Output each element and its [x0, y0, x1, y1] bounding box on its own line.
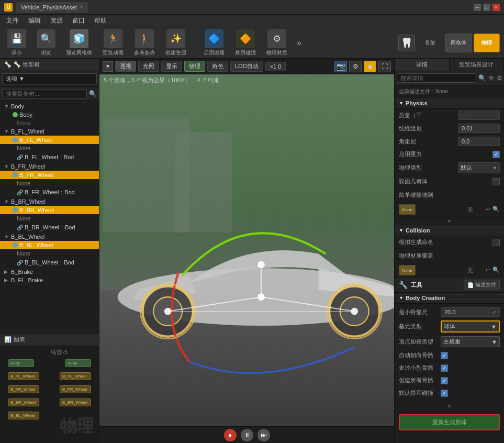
- desc-button[interactable]: 📄 描述文件: [464, 280, 500, 290]
- tree-options-dropdown[interactable]: 选项 ▼: [2, 73, 97, 84]
- settings-icon[interactable]: ⚙: [497, 74, 502, 82]
- min-bone-value[interactable]: 20.0 ⤢: [441, 307, 500, 317]
- physics-section-header[interactable]: ▼ Physics: [395, 98, 504, 109]
- tree-item-body-group[interactable]: ▼ Body: [0, 102, 99, 110]
- maximize-button[interactable]: □: [483, 4, 490, 11]
- physics-section-collapse[interactable]: ▼: [395, 217, 504, 225]
- graph-node[interactable]: Body: [8, 359, 34, 367]
- browse-btn[interactable]: 🔍: [492, 206, 500, 214]
- angular-damping-value[interactable]: 0.0: [458, 137, 500, 146]
- simulate-checkbox[interactable]: [492, 239, 500, 246]
- tree-item-body[interactable]: Body: [0, 110, 99, 119]
- material-swatch-box[interactable]: None: [399, 265, 416, 275]
- graph-node[interactable]: B_FR_Wheel: [60, 385, 91, 393]
- tree-item-bl-group[interactable]: ▼ B_BL_Wheel: [0, 232, 99, 241]
- preview-mesh-button[interactable]: 🧊 预览网格体: [63, 27, 95, 59]
- menu-file[interactable]: 文件: [2, 15, 23, 26]
- viewport-menu-btn[interactable]: ▼: [103, 61, 113, 72]
- regenerate-button[interactable]: 重新生成形体: [399, 414, 500, 430]
- tree-item-fr-wheel[interactable]: B_FR_Wheel: [0, 171, 99, 179]
- collision-section-header[interactable]: ▼ Collision: [395, 225, 504, 236]
- preview-scene-tab[interactable]: 预览场景设计: [450, 59, 505, 71]
- mesh-tab[interactable]: 网格体: [445, 34, 472, 52]
- details-search-input[interactable]: [397, 73, 476, 83]
- linear-damping-value[interactable]: 0.01: [458, 124, 500, 133]
- graph-node[interactable]: B_BR_Wheel: [8, 398, 39, 406]
- search-icon[interactable]: 🔍: [478, 74, 486, 82]
- skeleton-mode-btn[interactable]: 🦷: [398, 35, 415, 51]
- ref-pose-button[interactable]: 🚶 参考姿势: [131, 27, 158, 59]
- physics-tab[interactable]: 物理: [474, 34, 500, 52]
- create-all-checkbox[interactable]: ✓: [441, 377, 448, 384]
- graph-node[interactable]: B_BR_Wheel: [60, 398, 91, 406]
- tree-item-br-wheel[interactable]: B_BR_Wheel: [0, 206, 99, 214]
- viewport-area[interactable]: 5 个形体，5 个视为边界（100%），4 个约束: [99, 74, 394, 426]
- tree-item-fr-group[interactable]: ▼ B_FR_Wheel: [0, 162, 99, 171]
- tree-item-fl-wheel[interactable]: B_FL_Wheel: [0, 136, 99, 144]
- material-browse-btn[interactable]: 🔍: [492, 267, 500, 274]
- preview-anim-button[interactable]: 🏃 预览动画: [99, 27, 127, 59]
- graph-node[interactable]: B_FR_Wheel: [8, 385, 39, 393]
- collision-swatch-box[interactable]: None: [399, 204, 416, 215]
- double-sided-checkbox[interactable]: [492, 178, 500, 185]
- tree-search-input[interactable]: [2, 89, 87, 98]
- tree-item-body-none[interactable]: None: [0, 119, 99, 127]
- vp-perspective-btn[interactable]: 透视: [115, 61, 136, 72]
- tree-item-bl-none[interactable]: None: [0, 249, 99, 258]
- auto-orient-checkbox[interactable]: ✓: [441, 352, 448, 359]
- menu-window[interactable]: 窗口: [68, 15, 89, 26]
- enable-collision-button[interactable]: 🔷 启用碰撞: [200, 27, 228, 59]
- graph-node[interactable]: B_FL_Wheel: [8, 372, 39, 380]
- tree-item-fr-none[interactable]: None: [0, 179, 99, 187]
- vp-lighting-btn[interactable]: 光照: [138, 61, 159, 72]
- gravity-checkbox[interactable]: ✓: [492, 151, 500, 158]
- vp-expand-btn[interactable]: ⛶: [378, 61, 391, 72]
- body-creation-collapse[interactable]: ▼: [395, 402, 504, 410]
- element-type-dropdown[interactable]: 球体 ▼: [441, 320, 500, 333]
- tree-item-br-group[interactable]: ▼ B_BR_Wheel: [0, 197, 99, 206]
- tree-item-fl-brake[interactable]: ▶ B_FL_Brake: [0, 276, 99, 284]
- body-creation-header[interactable]: ▼ Body Creation: [395, 293, 504, 304]
- tree-item-brake[interactable]: ▶ B_Brake: [0, 268, 99, 276]
- create-asset-button[interactable]: ✨ 创建资源: [162, 27, 189, 59]
- default-disable-checkbox[interactable]: ✓: [441, 390, 448, 397]
- tree-item-fl-none[interactable]: None: [0, 144, 99, 152]
- toolbar-more[interactable]: »: [295, 36, 304, 50]
- vertex-weight-dropdown[interactable]: 主权重 ▼: [441, 336, 500, 347]
- vp-physics-btn[interactable]: 物理: [184, 61, 205, 72]
- physics-material-button[interactable]: ⚙ 物理材质: [263, 27, 290, 59]
- tree-search-icon[interactable]: 🔍: [89, 90, 97, 97]
- vp-active-btn[interactable]: ◉: [364, 61, 376, 72]
- skip-small-checkbox[interactable]: ✓: [441, 364, 448, 372]
- close-button[interactable]: ×: [492, 4, 500, 11]
- graph-node[interactable]: B_BL_Wheel: [8, 412, 39, 419]
- menu-edit[interactable]: 编辑: [24, 15, 45, 26]
- tree-item-fl-group[interactable]: ▼ B_FL_Wheel: [0, 127, 99, 136]
- tree-item-br-none[interactable]: None: [0, 214, 99, 223]
- reset-btn[interactable]: ↩: [486, 206, 490, 214]
- material-reset-btn[interactable]: ↩: [486, 267, 490, 274]
- menu-assets[interactable]: 资源: [46, 15, 67, 26]
- vp-scale-btn[interactable]: ×1.0: [265, 62, 286, 71]
- record-button[interactable]: ●: [224, 429, 237, 441]
- tree-item-bl-bod[interactable]: 🔗 B_BL_Wheel：Bod: [0, 258, 99, 268]
- tree-item-fl-bod[interactable]: 🔗 B_FL_Wheel：Bod: [0, 152, 99, 162]
- tree-item-bl-wheel[interactable]: B_BL_Wheel: [0, 241, 99, 249]
- graph-content[interactable]: 缩放-5 Body B_FL_Wheel B_FR_Wheel B_BR_Whe…: [0, 346, 99, 443]
- physics-type-dropdown[interactable]: 默认 ▼: [458, 162, 500, 173]
- details-tab[interactable]: 详情: [395, 59, 450, 71]
- pause-button[interactable]: ⏸: [241, 429, 253, 441]
- next-button[interactable]: ⏭: [257, 429, 270, 441]
- vp-character-btn[interactable]: 角色: [207, 61, 228, 72]
- vp-show-btn[interactable]: 显示: [161, 61, 182, 72]
- minimize-button[interactable]: ─: [474, 4, 481, 11]
- tree-item-br-bod[interactable]: 🔗 B_BR_Wheel：Bod: [0, 223, 99, 232]
- graph-node[interactable]: B_FL_Wheel: [60, 372, 91, 380]
- skeleton-tab[interactable]: 骨架: [417, 37, 443, 49]
- menu-help[interactable]: 帮助: [90, 15, 111, 26]
- disable-collision-button[interactable]: 🔶 禁用碰撞: [232, 27, 259, 59]
- graph-node[interactable]: Body: [65, 359, 91, 367]
- editor-tab[interactable]: Vehicle_PhysicsAsset ×: [16, 2, 88, 13]
- vp-settings-btn[interactable]: ⚙: [349, 61, 362, 72]
- eye-icon[interactable]: 👁: [488, 74, 495, 82]
